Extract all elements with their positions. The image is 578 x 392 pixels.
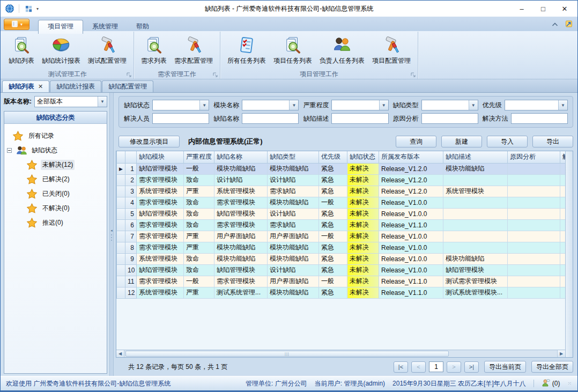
ribbon-button-缺陷列表[interactable]: 缺陷列表 bbox=[5, 34, 38, 66]
dialog-launcher-icon[interactable] bbox=[127, 72, 132, 77]
horizontal-scrollbar[interactable]: ◀ ||| ▶ bbox=[116, 350, 565, 357]
combo-arrow-icon[interactable]: ▼ bbox=[469, 100, 478, 110]
splitter-handle[interactable]: ◂ bbox=[109, 93, 114, 376]
star-icon bbox=[27, 189, 38, 199]
help-icon[interactable] bbox=[565, 19, 573, 29]
resize-grip-icon[interactable]: ⁙ bbox=[567, 381, 572, 386]
tree-node-未解决(12)[interactable]: 未解决(12) bbox=[5, 158, 106, 172]
table-row[interactable]: 6需求管理模块致命需求管理模块需求缺陷紧急未解决Release_V1.1.0 bbox=[117, 219, 566, 231]
table-row[interactable]: 5缺陷管理模块致命缺陷管理模块设计缺陷紧急未解决Release_V1.0.0 bbox=[117, 208, 566, 219]
ribbon-group-label: 项目管理工作 bbox=[220, 69, 418, 79]
modify-display-items-button[interactable]: 修改显示项目 bbox=[118, 136, 180, 147]
close-tab-icon[interactable]: ✕ bbox=[38, 83, 43, 90]
filter-input-缺陷描述[interactable] bbox=[331, 113, 388, 124]
filter-row-2: 解决人员缺陷名称缺陷描述原因分析解决方法 bbox=[124, 113, 568, 124]
tree-node-推迟(0)[interactable]: 推迟(0) bbox=[5, 216, 106, 230]
table-row[interactable]: ▶1缺陷管理模块一般模块功能缺陷模块功能缺陷紧急未解决Release_V1.2.… bbox=[117, 163, 566, 174]
action-button-导入[interactable]: 导入 bbox=[487, 136, 528, 147]
doc-tab-缺陷列表[interactable]: 缺陷列表✕ bbox=[2, 80, 49, 92]
filter-input-缺陷名称[interactable] bbox=[242, 113, 299, 124]
version-combo[interactable]: 全部版本 ▼ bbox=[34, 96, 107, 107]
ribbon-button-测试配置管理[interactable]: 测试配置管理 bbox=[84, 34, 130, 66]
table-row[interactable]: 11需求管理模块一般需求管理模块用户界面缺陷一般未解决Release_V1.1.… bbox=[117, 276, 566, 287]
column-header-所属发布版本[interactable]: 所属发布版本 bbox=[379, 151, 443, 163]
ribbon-button-需求配置管理[interactable]: 需求配置管理 bbox=[171, 34, 217, 66]
minimize-button[interactable]: – bbox=[511, 1, 532, 16]
last-page-button[interactable]: >| bbox=[464, 361, 479, 373]
doc-tab-缺陷统计报表[interactable]: 缺陷统计报表 bbox=[50, 80, 101, 92]
tree-node-已关闭(0)[interactable]: 已关闭(0) bbox=[5, 187, 106, 201]
filter-combo-缺陷类型[interactable]: ▼ bbox=[421, 100, 478, 110]
filter-combo-模块名称[interactable]: ▼ bbox=[242, 100, 299, 110]
combo-arrow-icon[interactable]: ▼ bbox=[379, 100, 388, 110]
action-button-查询[interactable]: 查询 bbox=[396, 136, 436, 147]
close-button[interactable]: ✕ bbox=[554, 1, 575, 16]
maximize-button[interactable]: □ bbox=[532, 1, 554, 16]
combo-arrow-icon[interactable]: ▼ bbox=[558, 100, 567, 110]
table-row[interactable]: 3系统管理模块严重系统管理模块需求缺陷紧急未解决Release_V1.2.0系统… bbox=[117, 186, 566, 197]
quick-access-icon[interactable] bbox=[23, 3, 34, 14]
table-row[interactable]: 7需求管理模块严重用户界面缺陷用户界面缺陷一般未解决Release_V1.0.0 bbox=[117, 231, 566, 242]
cell-缺陷描述 bbox=[443, 242, 508, 253]
first-page-button[interactable]: |< bbox=[394, 361, 408, 373]
prev-page-button[interactable]: < bbox=[411, 361, 426, 373]
ribbon-button-项目配置管理[interactable]: 项目配置管理 bbox=[368, 34, 414, 66]
column-header-缺陷描述[interactable]: 缺陷描述 bbox=[443, 151, 508, 163]
vertical-scrollbar[interactable] bbox=[565, 151, 573, 357]
tree-node-已解决(2)[interactable]: 已解决(2) bbox=[5, 172, 106, 187]
tree-node-不解决(0)[interactable]: 不解决(0) bbox=[5, 201, 106, 216]
table-row[interactable]: 8需求管理模块严重模块功能缺陷模块功能缺陷紧急未解决Release_V1.0.0 bbox=[117, 242, 566, 253]
tree-node-所有记录[interactable]: 所有记录 bbox=[5, 129, 106, 143]
filter-input-解决方法[interactable] bbox=[511, 113, 568, 124]
tree-node-缺陷状态[interactable]: 缺陷状态 bbox=[5, 143, 106, 158]
column-header-缺陷模块[interactable]: 缺陷模块 bbox=[137, 151, 184, 163]
cell-缺陷模块: 需求管理模块 bbox=[137, 197, 184, 208]
splitter-arrow-icon[interactable]: ◂ bbox=[110, 228, 113, 233]
horizontal-scrollbar-thumb[interactable]: ||| bbox=[125, 351, 449, 357]
column-header-优先级[interactable]: 优先级 bbox=[319, 151, 347, 163]
scroll-left-icon[interactable]: ◀ bbox=[116, 350, 124, 357]
application-menu-button[interactable]: ▾ bbox=[4, 19, 29, 30]
collapse-expander-icon[interactable] bbox=[7, 148, 12, 153]
filter-input-解决人员[interactable] bbox=[152, 113, 209, 124]
column-header-严重程度[interactable]: 严重程度 bbox=[184, 151, 214, 163]
column-header-缺陷名称[interactable]: 缺陷名称 bbox=[214, 151, 268, 163]
filter-label: 原因分析 bbox=[393, 114, 419, 123]
ribbon-button-需求列表[interactable]: 需求列表 bbox=[137, 34, 171, 66]
filter-combo-严重程度[interactable]: ▼ bbox=[331, 100, 388, 110]
table-row[interactable]: 10缺陷管理模块致命缺陷管理模块设计缺陷紧急未解决Release_V1.0.0缺… bbox=[117, 264, 566, 276]
combo-arrow-icon[interactable]: ▼ bbox=[289, 100, 298, 110]
filter-combo-缺陷状态[interactable]: ▼ bbox=[152, 100, 209, 110]
table-row[interactable]: 2需求管理模块致命设计缺陷设计缺陷紧急未解决Release_V1.2.0 bbox=[117, 174, 566, 186]
table-row[interactable]: 4需求管理模块致命需求管理模块模块功能缺陷一般未解决Release_V1.0.0 bbox=[117, 197, 566, 208]
action-button-导出[interactable]: 导出 bbox=[532, 136, 573, 147]
quick-access-dropdown-icon[interactable]: ▾ bbox=[36, 6, 39, 11]
dialog-launcher-icon[interactable] bbox=[213, 72, 218, 77]
table-row[interactable]: 9系统管理模块致命模块功能缺陷模块功能缺陷紧急未解决Release_V1.0.0… bbox=[117, 253, 566, 264]
next-page-button[interactable]: > bbox=[447, 361, 461, 373]
combo-arrow-icon[interactable]: ▼ bbox=[98, 97, 107, 107]
ribbon-button-负责人任务列表[interactable]: 负责人任务列表 bbox=[316, 34, 368, 66]
export-current-page-button[interactable]: 导出当前页 bbox=[484, 361, 526, 373]
column-header-缺陷类型[interactable]: 缺陷类型 bbox=[268, 151, 319, 163]
column-header-缺陷状态[interactable]: 缺陷状态 bbox=[347, 151, 379, 163]
collapse-ribbon-icon[interactable] bbox=[552, 21, 558, 28]
page-number-input[interactable] bbox=[429, 361, 443, 372]
column-header-解决方法[interactable]: 解决方法 bbox=[560, 151, 566, 163]
table-row[interactable]: 12系统管理模块严重测试系统管理...模块功能缺陷紧急未解决Release_V1… bbox=[117, 287, 566, 298]
combo-arrow-icon[interactable]: ▼ bbox=[199, 100, 209, 110]
export-all-pages-button[interactable]: 导出全部页 bbox=[531, 361, 573, 373]
people-icon bbox=[16, 145, 27, 156]
cell-缺陷模块: 缺陷管理模块 bbox=[137, 208, 184, 219]
doc-tab-缺陷配置管理[interactable]: 缺陷配置管理 bbox=[102, 80, 153, 92]
dialog-launcher-icon[interactable] bbox=[411, 72, 416, 77]
action-button-新建[interactable]: 新建 bbox=[441, 136, 482, 147]
ribbon-button-缺陷统计报表[interactable]: 缺陷统计报表 bbox=[38, 34, 84, 66]
scroll-right-icon[interactable]: ▶ bbox=[557, 350, 565, 357]
ribbon-button-所有任务列表[interactable]: 所有任务列表 bbox=[224, 34, 270, 66]
filter-combo-优先级[interactable]: ▼ bbox=[505, 100, 568, 110]
column-header-原因分析[interactable]: 原因分析 bbox=[508, 151, 560, 163]
ribbon-button-项目任务列表[interactable]: 项目任务列表 bbox=[270, 34, 316, 66]
filter-input-原因分析[interactable] bbox=[421, 113, 478, 124]
indicator-column-header bbox=[117, 151, 125, 163]
